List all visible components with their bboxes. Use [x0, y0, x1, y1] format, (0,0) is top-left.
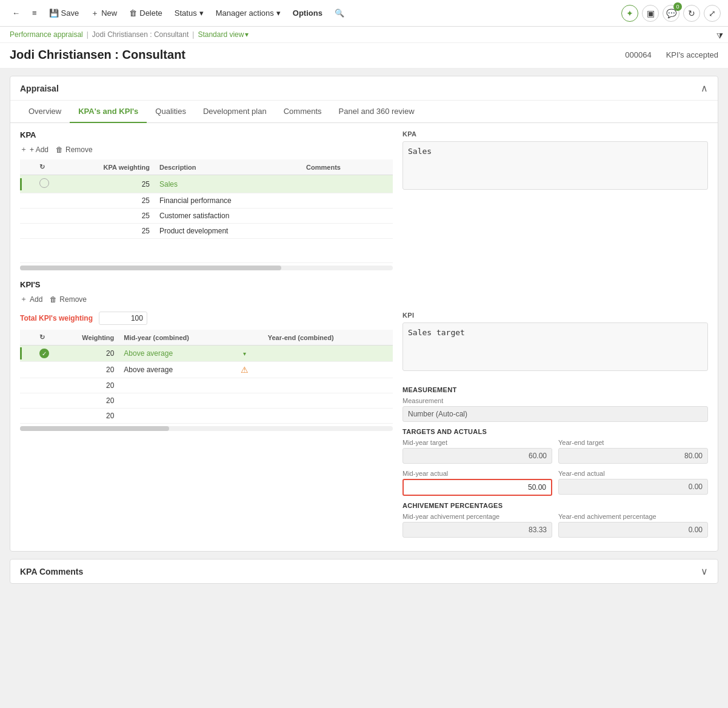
- fullscreen-icon[interactable]: ⤢: [704, 5, 721, 22]
- kpis-section-label: KPI'S: [20, 280, 708, 289]
- kpa-section-label: KPA: [20, 130, 393, 139]
- status-badge: KPI's accepted: [666, 50, 718, 59]
- tab-panel360[interactable]: Panel and 360 review: [330, 101, 423, 123]
- kpa-col-description: Description: [155, 159, 301, 175]
- toolbar: ← ≡ 💾 Save ＋ New 🗑 Delete Status ▾ Manag…: [0, 0, 728, 27]
- kpa-comments-collapse-button[interactable]: ∨: [701, 566, 708, 577]
- yearend-actual-field: Year-end actual: [558, 470, 708, 496]
- kpa-section: KPA ＋ + Add 🗑 Remove ↻: [10, 123, 718, 280]
- delete-button[interactable]: 🗑 Delete: [124, 6, 167, 20]
- kpa-remove-button[interactable]: 🗑 Remove: [56, 144, 93, 155]
- appraisal-collapse-button[interactable]: ∧: [701, 82, 708, 94]
- kpa-remove-icon: 🗑: [56, 145, 63, 154]
- kpis-add-remove: ＋ Add 🗑 Remove: [20, 294, 708, 304]
- table-row[interactable]: 20: [20, 378, 393, 393]
- back-icon: ←: [12, 8, 20, 18]
- midyear-actual-field: Mid-year actual: [402, 470, 552, 496]
- save-button[interactable]: 💾 Save: [44, 6, 84, 20]
- tab-development[interactable]: Development plan: [195, 101, 275, 123]
- table-row[interactable]: ✓ 20 Above average ▾: [20, 346, 393, 362]
- page-meta: 000064 KPI's accepted: [625, 50, 718, 59]
- kpa-right-panel: KPA: [402, 130, 708, 273]
- table-row[interactable]: 20 Above average ⚠: [20, 362, 393, 378]
- midyear-actual-input[interactable]: [402, 479, 552, 496]
- kpis-col-yearend: Year-end (combined): [263, 330, 381, 346]
- yearend-achievement-field: Year-end achivement percentage: [558, 513, 708, 538]
- kpa-comments-card: KPA Comments ∨: [10, 559, 718, 584]
- manager-actions-button[interactable]: Manager actions ▾: [211, 6, 286, 20]
- kpa-scrollbar[interactable]: [20, 266, 393, 270]
- kpa-add-icon: ＋: [20, 144, 27, 155]
- breadcrumb-parent[interactable]: Performance appraisal: [10, 30, 83, 39]
- achievement-section-title: ACHIVEMENT PERCENTAGES: [402, 502, 708, 509]
- tab-overview[interactable]: Overview: [20, 101, 70, 123]
- menu-icon: ≡: [32, 8, 37, 18]
- header-icons: ✦ ▣ 💬 0 ↻ ⤢: [621, 5, 721, 22]
- kpis-scrollbar[interactable]: [20, 426, 393, 431]
- kpis-remove-button[interactable]: 🗑 Remove: [50, 294, 87, 304]
- midyear-achievement-field: Mid-year achivement percentage: [402, 513, 552, 538]
- kpa-col-checkbox: [20, 159, 35, 175]
- page-header: Jodi Christiansen : Consultant 000064 KP…: [0, 43, 728, 68]
- measurement-field: Number (Auto-cal): [402, 406, 708, 422]
- appraisal-card-header: Appraisal ∧: [10, 76, 718, 101]
- kpis-add-icon: ＋: [20, 294, 27, 304]
- kpa-col-weight: KPA weighting: [54, 159, 155, 175]
- back-button[interactable]: ←: [7, 6, 25, 20]
- table-row[interactable]: 25 Customer satisfaction: [20, 209, 393, 224]
- yearend-target-field: Year-end target: [558, 439, 708, 464]
- save-icon: 💾: [49, 8, 59, 18]
- tab-kpas[interactable]: KPA's and KPI's: [70, 101, 147, 123]
- table-row[interactable]: 25 Financial performance: [20, 193, 393, 209]
- midyear-target-field: Mid-year target: [402, 439, 552, 464]
- yearend-target-input[interactable]: [558, 448, 708, 464]
- kpi-weighting-input[interactable]: [99, 312, 147, 325]
- search-button[interactable]: 🔍: [330, 6, 349, 20]
- kpa-side-textarea[interactable]: [402, 141, 708, 190]
- kpi-side-label: KPI: [402, 312, 708, 319]
- apps-icon[interactable]: ✦: [621, 5, 638, 22]
- kpis-table: ↻ Weighting Mid-year (combined) Year-end…: [20, 330, 393, 424]
- tab-comments[interactable]: Comments: [275, 101, 330, 123]
- kpa-add-button[interactable]: ＋ + Add: [20, 144, 48, 155]
- kpis-add-button[interactable]: ＋ Add: [20, 294, 42, 304]
- table-row[interactable]: 25 Product development: [20, 224, 393, 239]
- kpa-table: ↻ KPA weighting Description Comments 25: [20, 159, 393, 263]
- new-button[interactable]: ＋ New: [86, 5, 122, 21]
- kpi-side-textarea[interactable]: [402, 322, 708, 371]
- appraisal-tabs: Overview KPA's and KPI's Qualities Devel…: [10, 101, 718, 123]
- kpis-two-col: Total KPI's weighting ↻ Weighting Mid-ye…: [10, 309, 718, 551]
- breadcrumb: Performance appraisal | Jodi Christianse…: [0, 27, 728, 43]
- kpis-remove-icon: 🗑: [50, 295, 57, 304]
- status-button[interactable]: Status ▾: [170, 6, 209, 20]
- filter-icon[interactable]: ⧩: [712, 27, 728, 46]
- delete-icon: 🗑: [129, 8, 137, 18]
- odoo-icon[interactable]: ▣: [642, 5, 659, 22]
- midyear-achievement-input[interactable]: [402, 522, 552, 538]
- table-row[interactable]: 20: [20, 409, 393, 424]
- kpis-left: Total KPI's weighting ↻ Weighting Mid-ye…: [20, 312, 393, 544]
- kpa-col-comments: Comments: [301, 159, 381, 175]
- refresh-icon[interactable]: ↻: [683, 5, 700, 22]
- appraisal-title: Appraisal: [20, 84, 59, 93]
- kpa-col-refresh: ↻: [35, 159, 54, 175]
- kpi-weighting-label: Total KPI's weighting: [20, 314, 93, 322]
- kpis-col-midyear: Mid-year (combined): [119, 330, 235, 346]
- notifications-wrapper: 💬 0: [663, 5, 680, 22]
- table-row[interactable]: 25 Sales: [20, 175, 393, 193]
- kpis-right-panel: KPI MEASUREMENT Measurement Number (Auto…: [402, 312, 708, 544]
- appraisal-card: Appraisal ∧ Overview KPA's and KPI's Qua…: [10, 76, 718, 552]
- record-id: 000064: [625, 50, 651, 59]
- targets-section-title: TARGETS AND ACTUALS: [402, 428, 708, 435]
- yearend-achievement-input[interactable]: [558, 522, 708, 538]
- search-icon: 🔍: [335, 8, 344, 18]
- view-selector[interactable]: Standard view ▾: [198, 30, 249, 39]
- options-button[interactable]: Options: [288, 6, 327, 20]
- table-row[interactable]: 20: [20, 393, 393, 409]
- measurement-section-title: MEASUREMENT: [402, 386, 708, 393]
- midyear-target-input[interactable]: [402, 448, 552, 464]
- yearend-actual-input[interactable]: [558, 479, 708, 495]
- menu-button[interactable]: ≡: [27, 6, 42, 20]
- tab-qualities[interactable]: Qualities: [147, 101, 195, 123]
- new-icon: ＋: [91, 8, 99, 19]
